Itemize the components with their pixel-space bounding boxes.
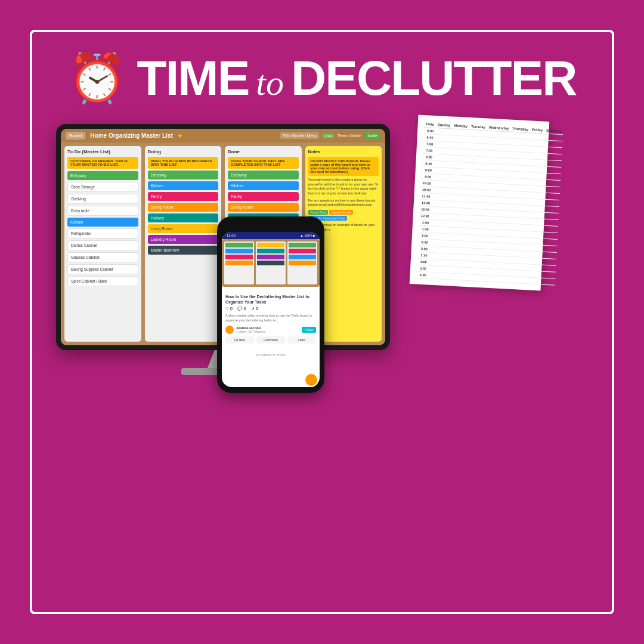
notes-body1: You might need to first create a group f… xyxy=(308,178,379,196)
tag-urgent: Urgent Priority xyxy=(329,210,353,215)
phone-mini-col-1 xyxy=(224,242,254,284)
todo-shelving[interactable]: Shelving xyxy=(67,194,138,204)
phone-author-row: Andrea Iacono 1 video • 11 Followers Fol… xyxy=(225,326,316,334)
phone-screen: 11:06 ▲ WiFi ■ xyxy=(222,232,320,387)
col-todo: To Do (Master List) CUSTOMIZE AS NEEDED.… xyxy=(64,146,141,342)
trello-header: Board Home Organizing Master List ★ This… xyxy=(61,129,385,143)
schedule-time-cell: 5:00 xyxy=(416,271,428,278)
todo-highlight[interactable]: CUSTOMIZE AS NEEDED. THIS IS YOUR MASTER… xyxy=(67,157,138,169)
todo-spice[interactable]: Spice Cabinet / Back xyxy=(67,276,138,286)
star-icon[interactable]: ★ xyxy=(178,133,182,139)
doing-instruction[interactable]: DRAG YOUR CARDS IN PROGRESS INTO THIS LI… xyxy=(148,157,219,169)
doing-header: Doing xyxy=(148,149,219,154)
todo-glasses[interactable]: Glasses Cabinet xyxy=(67,252,138,262)
invite-button[interactable]: Invite xyxy=(364,132,380,139)
board-label[interactable]: Board xyxy=(66,132,85,140)
doing-laundry[interactable]: Laundry Room xyxy=(148,235,219,244)
phone-mini-col-3 xyxy=(287,242,317,284)
phone-time: 11:06 xyxy=(227,234,236,237)
notes-warning[interactable]: DO NOT MODIFY THIS BOARD. Please make a … xyxy=(308,157,379,176)
col-doing: Doing DRAG YOUR CARDS IN PROGRESS INTO T… xyxy=(145,146,222,342)
schedule-paper: Time Sunday Monday Tuesday Wednesday Thu… xyxy=(410,114,550,290)
phone: 11:06 ▲ WiFi ■ xyxy=(217,216,324,393)
phone-follow-button[interactable]: Follow xyxy=(302,327,316,333)
phone-nav-row: Up Next Comments Likes xyxy=(225,336,316,343)
title-declutter: DECLUTTER xyxy=(291,50,577,106)
schedule-table: Time Sunday Monday Tuesday Wednesday Thu… xyxy=(416,121,564,286)
phone-content: How to Use the Decluttering Master List … xyxy=(222,290,320,366)
schedule-cell[interactable] xyxy=(522,277,537,284)
title-to: to xyxy=(256,63,284,104)
phone-likes-tab[interactable]: Likes xyxy=(287,336,316,343)
todo-dishes[interactable]: Dishes Cabinet xyxy=(67,240,138,250)
comment-icon[interactable]: 💬 0 xyxy=(237,306,246,311)
schedule-cell[interactable] xyxy=(503,276,523,284)
schedule-cell[interactable] xyxy=(428,272,444,279)
phone-reactions: ♡ 0 💬 0 ↗ 0 xyxy=(225,306,316,311)
header-right: This Modern Mess Free Team Visible Invit… xyxy=(280,132,380,139)
phone-status-icons: ▲ WiFi ■ xyxy=(300,234,315,237)
content-area: Board Home Organizing Master List ★ This… xyxy=(56,124,588,375)
doing-dining[interactable]: Dining Room xyxy=(148,203,219,212)
doing-master[interactable]: Master Bedroom xyxy=(148,246,219,255)
doing-kitchen[interactable]: Kitchen xyxy=(148,181,219,190)
schedule-cell[interactable] xyxy=(537,278,556,286)
tag-focus: Focus Time xyxy=(308,210,329,215)
phone-comments-tab[interactable]: Comments xyxy=(256,336,285,343)
phone-upnext-tab[interactable]: Up Next xyxy=(225,336,254,343)
todo-shoe-storage[interactable]: Shoe Storage xyxy=(67,182,138,192)
free-badge: Free xyxy=(323,134,333,138)
todo-header: To Do (Master List) xyxy=(67,149,138,154)
phone-desc: A short tutorial video showing how to us… xyxy=(225,314,316,323)
schedule-cell[interactable] xyxy=(479,275,503,283)
phone-author-info: Andrea Iacono 1 video • 11 Followers xyxy=(236,326,265,333)
monitor-wrapper: Board Home Organizing Master List ★ This… xyxy=(56,124,402,375)
header: ⏰ TIME to DECLUTTER xyxy=(67,50,576,106)
todo-kitchen[interactable]: Kitchen xyxy=(67,218,138,227)
doing-hallway[interactable]: Hallway xyxy=(148,213,219,222)
todo-baking[interactable]: Baking Supplies Cabinet xyxy=(67,264,138,274)
workspace-label: This Modern Mess xyxy=(280,132,320,139)
schedule-cell[interactable] xyxy=(444,273,462,280)
done-instruction[interactable]: DRAG YOUR CARDS THAT ARE COMPLETED INTO … xyxy=(228,157,299,169)
todo-entry-table[interactable]: Entry table xyxy=(67,206,138,216)
todo-refrigerator[interactable]: Refrigerator xyxy=(67,228,138,239)
doing-living[interactable]: Living Room xyxy=(148,224,219,233)
clock-icon: ⏰ xyxy=(67,54,127,102)
title-text: TIME to DECLUTTER xyxy=(137,50,576,106)
phone-video-title: How to Use the Decluttering Master List … xyxy=(225,294,316,305)
schedule-cell[interactable] xyxy=(462,274,479,281)
done-dining[interactable]: Dining Room xyxy=(228,203,299,212)
phone-author-followers: 1 video • 11 Followers xyxy=(236,330,265,333)
doing-pantry[interactable]: Pantry xyxy=(148,192,219,201)
done-header: Done xyxy=(228,149,299,154)
phone-status-bar: 11:06 ▲ WiFi ■ xyxy=(222,232,320,239)
done-kitchen[interactable]: Kitchen xyxy=(228,181,299,190)
board-title: Home Organizing Master List xyxy=(90,132,172,139)
phone-author-name: Andrea Iacono xyxy=(236,326,265,330)
phone-no-content: No videos to show. xyxy=(225,347,316,363)
done-entryway[interactable]: Entryway xyxy=(228,171,299,179)
doing-entryway[interactable]: Entryway xyxy=(148,171,219,179)
like-icon[interactable]: ♡ 0 xyxy=(225,306,233,311)
notes-header: Notes xyxy=(308,149,379,154)
title-time: TIME xyxy=(137,50,249,106)
todo-entryway[interactable]: Entryway xyxy=(67,171,138,180)
phone-mini-col-2 xyxy=(256,242,286,284)
phone-wrapper: 11:06 ▲ WiFi ■ xyxy=(217,216,324,393)
phone-author-avatar xyxy=(225,326,234,334)
visibility-label: Team Visible xyxy=(338,134,361,138)
share-icon[interactable]: ↗ 0 xyxy=(251,306,258,311)
done-pantry[interactable]: Pantry xyxy=(228,192,299,201)
phone-notch xyxy=(253,222,289,230)
phone-trello-mini xyxy=(222,239,320,287)
outer-border: ⏰ TIME to DECLUTTER Board Home Organizin… xyxy=(30,30,614,614)
notes-body2: For any questions on how to use these bo… xyxy=(308,199,379,208)
